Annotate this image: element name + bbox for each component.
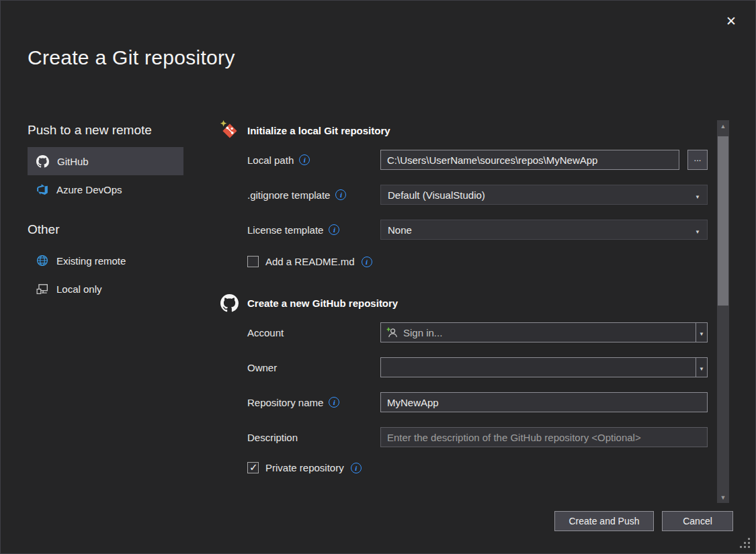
description-input[interactable] — [380, 427, 708, 447]
description-label: Description — [247, 432, 298, 443]
license-row: License template None — [247, 220, 708, 240]
github-section-header: Create a new GitHub repository — [219, 291, 708, 314]
private-repository-checkbox[interactable] — [247, 462, 259, 473]
globe-icon — [36, 255, 48, 267]
local-path-input[interactable] — [380, 150, 679, 170]
account-row: Account Sign in... — [247, 322, 708, 342]
create-git-repo-dialog: ✕ Create a Git repository Push to a new … — [0, 0, 756, 554]
main-content: Initialize a local Git repository Local … — [219, 119, 708, 473]
create-and-push-button[interactable]: Create and Push — [554, 511, 654, 531]
init-section-heading: Initialize a local Git repository — [247, 125, 390, 136]
sidebar-item-label: Azure DevOps — [56, 184, 122, 195]
github-icon — [36, 155, 49, 168]
gitignore-dropdown[interactable]: Default (VisualStudio) — [380, 185, 708, 205]
page-title: Create a Git repository — [28, 46, 235, 69]
readme-label: Add a README.md — [265, 256, 355, 267]
info-icon[interactable] — [329, 224, 339, 235]
gitignore-value: Default (VisualStudio) — [388, 189, 485, 201]
private-checkbox-row: Private repository — [247, 462, 708, 473]
scroll-up-icon[interactable] — [717, 120, 729, 132]
resize-grip[interactable] — [740, 538, 751, 549]
info-icon[interactable] — [299, 154, 310, 165]
cancel-button[interactable]: Cancel — [662, 511, 733, 531]
account-label: Account — [247, 327, 284, 338]
owner-label: Owner — [247, 362, 277, 373]
sidebar-heading-other: Other — [28, 222, 183, 237]
sidebar-heading-push-remote: Push to a new remote — [28, 123, 183, 138]
sign-in-user-icon — [386, 327, 398, 338]
repo-name-label: Repository name — [247, 397, 323, 408]
chevron-down-icon — [695, 224, 700, 236]
account-value: Sign in... — [403, 327, 442, 338]
repo-name-row: Repository name — [247, 392, 708, 412]
gitignore-label: .gitignore template — [247, 189, 330, 201]
vertical-scrollbar[interactable] — [717, 120, 729, 503]
private-repository-label: Private repository — [265, 462, 344, 473]
close-icon[interactable]: ✕ — [722, 11, 741, 30]
account-dropdown[interactable]: Sign in... — [380, 322, 708, 342]
git-repository-icon — [219, 120, 239, 140]
info-icon[interactable] — [362, 257, 372, 267]
sidebar-item-label: GitHub — [57, 156, 89, 167]
readme-checkbox-row: Add a README.md — [247, 256, 708, 267]
sidebar-item-label: Existing remote — [56, 255, 126, 267]
sidebar: Push to a new remote GitHub Azure DevOps… — [28, 123, 183, 303]
chevron-down-icon — [695, 189, 700, 201]
license-value: None — [388, 224, 412, 236]
sidebar-item-local-only[interactable]: Local only — [28, 275, 183, 303]
local-path-label: Local path — [247, 154, 294, 166]
gitignore-row: .gitignore template Default (VisualStudi… — [247, 185, 708, 205]
github-icon — [219, 294, 239, 312]
info-icon[interactable] — [329, 397, 339, 408]
info-icon[interactable] — [335, 189, 346, 200]
azure-devops-icon — [36, 183, 48, 195]
license-label: License template — [247, 224, 323, 236]
computer-icon — [36, 283, 48, 295]
github-section-heading: Create a new GitHub repository — [247, 297, 398, 309]
footer: Create and Push Cancel — [554, 511, 733, 531]
browse-button[interactable]: ... — [687, 150, 708, 170]
readme-checkbox[interactable] — [247, 256, 259, 267]
local-path-row: Local path ... — [247, 150, 708, 170]
chevron-down-icon[interactable] — [696, 358, 707, 377]
description-row: Description — [247, 427, 708, 447]
chevron-down-icon[interactable] — [696, 323, 707, 342]
info-icon[interactable] — [351, 463, 362, 473]
owner-row: Owner — [247, 357, 708, 377]
license-dropdown[interactable]: None — [380, 220, 708, 240]
scroll-down-icon[interactable] — [717, 492, 729, 503]
repository-name-input[interactable] — [380, 392, 708, 412]
owner-dropdown[interactable] — [380, 357, 708, 377]
sidebar-item-azure-devops[interactable]: Azure DevOps — [28, 175, 183, 203]
scrollbar-thumb[interactable] — [718, 136, 728, 306]
sidebar-item-existing-remote[interactable]: Existing remote — [28, 246, 183, 275]
init-section-header: Initialize a local Git repository — [219, 119, 708, 142]
sidebar-item-label: Local only — [56, 283, 102, 295]
sidebar-item-github[interactable]: GitHub — [28, 147, 183, 175]
